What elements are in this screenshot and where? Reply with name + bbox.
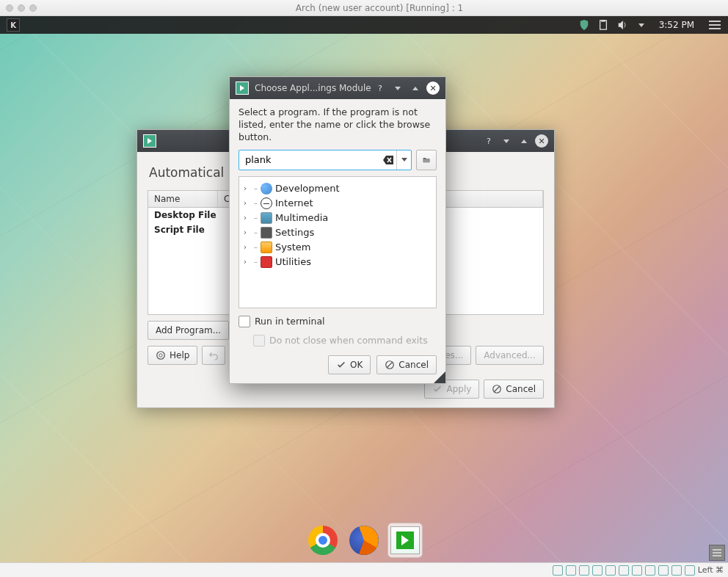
no-close-checkbox <box>253 335 265 346</box>
clock[interactable]: 3:52 PM <box>655 20 699 30</box>
dialog-title: Choose Appl...ings Module <box>255 83 374 93</box>
multimedia-icon <box>261 212 272 224</box>
maximize-icon[interactable] <box>409 81 422 95</box>
host-window-title: Arch (new user account) [Running] : 1 <box>37 3 722 13</box>
cancel-button[interactable]: Cancel <box>484 380 544 399</box>
vm-seamless-icon[interactable] <box>632 565 642 576</box>
dock-item-systemsettings[interactable] <box>387 523 423 558</box>
kcm-icon <box>390 526 420 554</box>
advanced-button[interactable]: Advanced... <box>476 346 544 365</box>
host-titlebar: Arch (new user account) [Running] : 1 <box>0 0 728 16</box>
firefox-icon <box>349 526 379 555</box>
system-icon <box>261 242 272 253</box>
dropdown-icon[interactable] <box>396 150 411 170</box>
svg-rect-1 <box>601 20 605 22</box>
dock-item-chrome[interactable] <box>305 523 341 558</box>
tray-expand-icon[interactable] <box>636 19 647 31</box>
vm-display-icon[interactable] <box>619 565 629 576</box>
autostart-title-icon <box>143 134 156 148</box>
shield-tray-icon[interactable] <box>578 19 590 31</box>
close-icon[interactable]: ✕ <box>426 81 440 95</box>
globe-icon <box>261 197 272 209</box>
run-in-terminal-label: Run in terminal <box>255 316 325 327</box>
resize-grip[interactable] <box>434 371 445 383</box>
undo-button[interactable] <box>202 346 225 365</box>
host-status-bar: Left ⌘ <box>0 562 728 577</box>
tree-item-utilities[interactable]: ›–Utilities <box>242 255 433 269</box>
svg-point-2 <box>157 352 165 360</box>
top-panel: K 3:52 PM <box>0 16 728 34</box>
help-icon[interactable]: ? <box>374 81 387 95</box>
vm-disk-icon[interactable] <box>553 565 563 576</box>
chrome-icon <box>308 526 338 555</box>
svg-line-7 <box>387 362 393 367</box>
app-search-combo <box>239 150 412 170</box>
minimize-icon[interactable] <box>500 134 513 148</box>
utilities-icon <box>261 256 272 268</box>
vm-shared-icon[interactable] <box>605 565 616 576</box>
close-icon[interactable]: ✕ <box>535 134 548 148</box>
kde-menu-icon[interactable]: K <box>7 18 20 32</box>
dialog-title-icon <box>236 81 249 95</box>
tree-item-internet[interactable]: ›–Internet <box>242 196 433 211</box>
maximize-icon[interactable] <box>517 134 531 148</box>
vm-hostkey-icon[interactable] <box>685 565 695 576</box>
tree-item-settings[interactable]: ›–Settings <box>242 225 433 240</box>
desktop: K 3:52 PM ? ✕ Automatical <box>0 16 728 562</box>
ok-button[interactable]: OK <box>328 355 371 374</box>
svg-point-3 <box>159 354 162 357</box>
dock-item-firefox[interactable] <box>346 523 382 558</box>
development-icon <box>261 183 272 195</box>
settings-icon <box>261 227 272 239</box>
vm-net-icon[interactable] <box>579 565 589 576</box>
browse-button[interactable] <box>416 150 437 170</box>
vm-capture-icon[interactable] <box>645 565 655 576</box>
vm-another-icon[interactable] <box>671 565 682 576</box>
host-key-label: Left ⌘ <box>698 565 724 575</box>
minimize-icon[interactable] <box>391 81 404 95</box>
dialog-cancel-button[interactable]: Cancel <box>376 355 437 374</box>
add-program-button[interactable]: Add Program... <box>148 321 229 340</box>
desktop-toolbox-icon[interactable] <box>709 545 725 561</box>
run-in-terminal-checkbox[interactable] <box>239 316 250 327</box>
no-close-label: Do not close when command exits <box>269 335 428 346</box>
traffic-lights[interactable] <box>6 4 37 12</box>
help-label: Help <box>170 350 189 360</box>
col-name[interactable]: Name <box>148 191 218 207</box>
clipboard-tray-icon[interactable] <box>597 19 609 31</box>
volume-tray-icon[interactable] <box>616 19 628 31</box>
tree-item-development[interactable]: ›–Development <box>242 181 433 196</box>
dock <box>301 520 427 561</box>
vm-record-icon[interactable] <box>658 565 669 576</box>
tree-item-multimedia[interactable]: ›–Multimedia <box>242 211 433 225</box>
vm-optical-icon[interactable] <box>566 565 576 576</box>
app-search-input[interactable] <box>239 150 380 170</box>
panel-menu-icon[interactable] <box>709 21 721 29</box>
vm-usb-icon[interactable] <box>592 565 603 576</box>
clear-icon[interactable] <box>380 150 396 170</box>
help-button[interactable]: Help <box>148 346 197 365</box>
choose-app-dialog: Choose Appl...ings Module ? ✕ Select a p… <box>229 76 446 384</box>
app-tree[interactable]: ›–Development ›–Internet ›–Multimedia ›–… <box>239 176 437 308</box>
no-close-row: Do not close when command exits <box>253 335 437 346</box>
dialog-titlebar[interactable]: Choose Appl...ings Module ? ✕ <box>230 77 445 99</box>
svg-rect-0 <box>600 21 606 29</box>
dialog-instructions: Select a program. If the program is not … <box>239 106 437 144</box>
help-icon[interactable]: ? <box>482 134 495 148</box>
run-in-terminal-row[interactable]: Run in terminal <box>239 316 437 327</box>
tree-item-system[interactable]: ›–System <box>242 240 433 255</box>
svg-line-5 <box>495 387 500 392</box>
